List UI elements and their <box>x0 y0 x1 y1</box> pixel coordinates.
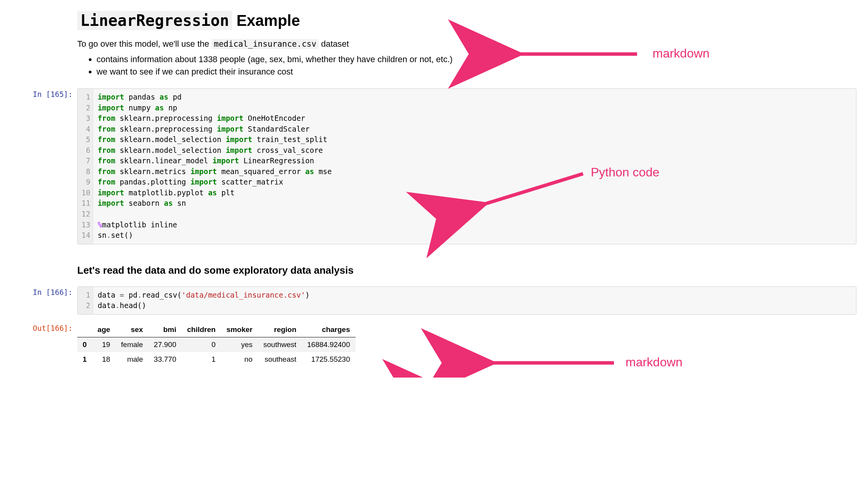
table-header-row: agesexbmichildrensmokerregioncharges <box>77 322 356 337</box>
output-body: agesexbmichildrensmokerregioncharges 019… <box>77 321 856 367</box>
markdown-cell[interactable]: Let's read the data and do some explorat… <box>12 257 856 282</box>
code-line: data = pd.read_csv('data/medical_insuran… <box>98 290 851 301</box>
cell-body: 1 2 data = pd.read_csv('data/medical_ins… <box>77 285 856 318</box>
table-header: region <box>258 322 302 337</box>
table-header: age <box>92 322 116 337</box>
notebook: LinearRegression Example To go over this… <box>12 8 856 367</box>
table-header: children <box>181 322 221 337</box>
table-cell: male <box>115 352 148 367</box>
annotation-markdown: markdown <box>626 355 683 369</box>
code-line: import matplotlib.pyplot as plt <box>98 188 851 198</box>
line-gutter: 1 2 3 4 5 6 7 8 9 10 11 12 13 14 <box>78 89 93 244</box>
table-cell: 0 <box>181 337 221 352</box>
table-cell: 1725.55230 <box>302 352 356 367</box>
code-cell[interactable]: In [165]: 1 2 3 4 5 6 7 8 9 10 11 12 13 … <box>12 87 856 254</box>
code-line: from pandas.plotting import scatter_matr… <box>98 177 851 188</box>
intro-suffix: dataset <box>319 39 349 49</box>
title-rest: Example <box>232 12 300 29</box>
code-line: import pandas as pd <box>98 92 851 103</box>
markdown-body: Let's read the data and do some explorat… <box>77 257 856 282</box>
prompt-empty <box>12 257 77 282</box>
markdown-body: LinearRegression Example To go over this… <box>77 8 856 84</box>
table-cell: female <box>115 337 148 352</box>
table-row: 118male33.7701nosoutheast1725.55230 <box>77 352 356 367</box>
code-lines[interactable]: import pandas as pdimport numpy as npfro… <box>93 89 856 244</box>
intro-prefix: To go over this model, we'll use the <box>77 39 212 49</box>
subheading: Let's read the data and do some explorat… <box>77 264 856 276</box>
list-item: we want to see if we can predict their i… <box>97 67 856 77</box>
prompt-empty <box>12 8 77 84</box>
list-item: contains information about 1338 people (… <box>97 54 856 64</box>
code-lines[interactable]: data = pd.read_csv('data/medical_insuran… <box>93 287 856 314</box>
table-cell: southeast <box>258 352 302 367</box>
code-block[interactable]: 1 2 data = pd.read_csv('data/medical_ins… <box>77 286 856 315</box>
table-header: charges <box>302 322 356 337</box>
code-cell[interactable]: In [166]: 1 2 data = pd.read_csv('data/m… <box>12 285 856 318</box>
row-index: 1 <box>77 352 92 367</box>
table-cell: 19 <box>92 337 116 352</box>
dataframe-table: agesexbmichildrensmokerregioncharges 019… <box>77 322 356 367</box>
page-title: LinearRegression Example <box>77 12 856 29</box>
table-cell: no <box>221 352 258 367</box>
code-line: from sklearn.preprocessing import OneHot… <box>98 113 851 124</box>
code-line: import numpy as np <box>98 103 851 113</box>
cell-body: 1 2 3 4 5 6 7 8 9 10 11 12 13 14 import … <box>77 87 856 254</box>
code-line: import seaborn as sn <box>98 198 851 209</box>
line-gutter: 1 2 <box>78 287 93 314</box>
table-header: smoker <box>221 322 258 337</box>
table-header <box>77 322 92 337</box>
code-line: %matplotlib inline <box>98 220 851 230</box>
code-line: from sklearn.model_selection import trai… <box>98 134 851 145</box>
code-line: data.head() <box>98 300 851 311</box>
row-index: 0 <box>77 337 92 352</box>
annotation-markdown: markdown <box>653 46 710 61</box>
annotation-python-code: Python code <box>591 165 659 180</box>
input-prompt: In [166]: <box>12 285 77 318</box>
intro-text: To go over this model, we'll use the med… <box>77 39 856 49</box>
table-cell: 27.900 <box>148 337 181 352</box>
table-cell: 16884.92400 <box>302 337 356 352</box>
table-cell: southwest <box>258 337 302 352</box>
table-cell: 1 <box>181 352 221 367</box>
intro-code: medical_insurance.csv <box>212 39 319 49</box>
code-line: sn.set() <box>98 230 851 241</box>
code-line <box>98 209 851 220</box>
table-header: sex <box>115 322 148 337</box>
table-cell: yes <box>221 337 258 352</box>
table-header: bmi <box>148 322 181 337</box>
code-line: from sklearn.metrics import mean_squared… <box>98 166 851 177</box>
code-line: from sklearn.preprocessing import Standa… <box>98 124 851 135</box>
code-line: from sklearn.model_selection import cros… <box>98 145 851 156</box>
markdown-cell[interactable]: LinearRegression Example To go over this… <box>12 8 856 84</box>
table-cell: 33.770 <box>148 352 181 367</box>
output-cell: Out[166]: agesexbmichildrensmokerregionc… <box>12 321 856 367</box>
table-cell: 18 <box>92 352 116 367</box>
title-code: LinearRegression <box>77 11 232 30</box>
output-prompt: Out[166]: <box>12 321 77 367</box>
code-block[interactable]: 1 2 3 4 5 6 7 8 9 10 11 12 13 14 import … <box>77 88 856 244</box>
bullet-list: contains information about 1338 people (… <box>77 54 856 77</box>
input-prompt: In [165]: <box>12 87 77 254</box>
code-line: from sklearn.linear_model import LinearR… <box>98 156 851 166</box>
table-row: 019female27.9000yessouthwest16884.92400 <box>77 337 356 352</box>
